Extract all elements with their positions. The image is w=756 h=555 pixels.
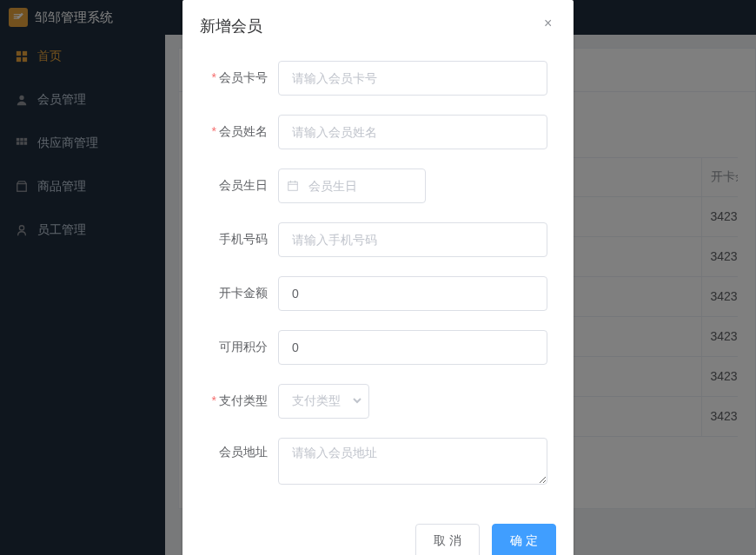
amount-label: 开卡金额	[209, 286, 278, 301]
paytype-label: *支付类型	[209, 393, 278, 409]
birthday-label: 会员生日	[209, 178, 278, 194]
phone-input[interactable]	[278, 222, 547, 257]
address-label: 会员地址	[209, 438, 278, 460]
card-label: *会员卡号	[209, 70, 278, 86]
points-label: 可用积分	[209, 340, 278, 355]
amount-input[interactable]	[278, 276, 547, 311]
close-icon[interactable]: ×	[544, 16, 558, 30]
phone-label: 手机号码	[209, 232, 278, 248]
ok-button[interactable]: 确 定	[492, 524, 556, 555]
svg-rect-13	[288, 182, 298, 191]
calendar-icon	[287, 180, 299, 192]
add-member-modal: 新增会员 × *会员卡号 *会员姓名 会员生日 手机号码 开卡金额 可用积分	[182, 0, 574, 555]
address-input[interactable]	[278, 438, 547, 485]
cancel-button[interactable]: 取 消	[415, 524, 480, 555]
points-input[interactable]	[278, 330, 547, 365]
modal-title: 新增会员	[200, 17, 262, 35]
chevron-down-icon	[352, 394, 362, 408]
card-input[interactable]	[278, 61, 547, 96]
birthday-input[interactable]	[278, 168, 426, 203]
name-label: *会员姓名	[209, 124, 278, 140]
name-input[interactable]	[278, 115, 547, 149]
